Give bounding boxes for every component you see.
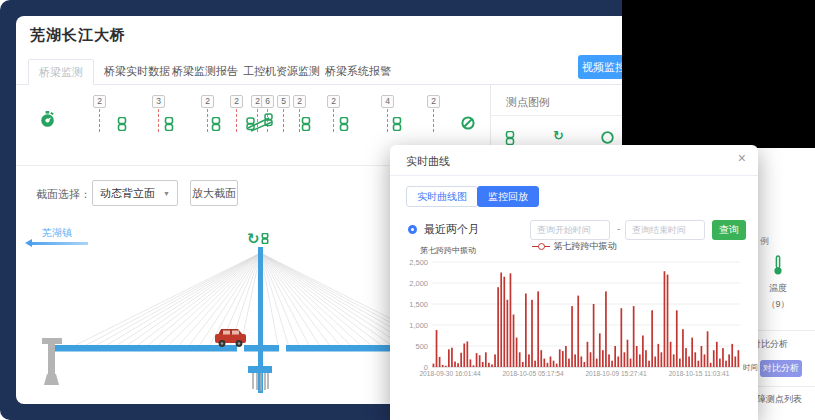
svg-text:500: 500 xyxy=(415,342,428,351)
temperature-label: 温度 xyxy=(763,282,793,295)
sensor-count-badge: 2 xyxy=(327,95,340,108)
svg-text:2018-10-05 05:17:54: 2018-10-05 05:17:54 xyxy=(502,370,564,377)
sensor-count-badge: 5 xyxy=(277,95,290,108)
realtime-curve-tab-button[interactable]: 实时曲线图 xyxy=(406,186,478,207)
chain-icon[interactable] xyxy=(164,117,174,131)
tab-ipc-resource[interactable]: 工控机资源监测 xyxy=(243,59,320,85)
tab-bridge-monitor[interactable]: 桥梁监测 xyxy=(28,59,94,85)
tab-realtime-data[interactable]: 桥梁实时数据 xyxy=(104,59,170,85)
section-select-value: 动态背立面 xyxy=(100,186,163,201)
chain-icon[interactable] xyxy=(339,117,349,131)
chain-icon[interactable] xyxy=(301,117,311,131)
svg-text:2,500: 2,500 xyxy=(409,258,428,267)
sensor-count-badge: 2 xyxy=(201,95,214,108)
temperature-count: （9） xyxy=(763,298,793,311)
chain-icon[interactable] xyxy=(392,117,402,131)
chain-icon[interactable] xyxy=(117,117,127,131)
sensor-dashed-line xyxy=(299,109,300,132)
sensor-dashed-line xyxy=(283,109,284,132)
sensor-count-badge: 2 xyxy=(230,95,243,108)
incline-icon[interactable] xyxy=(246,110,274,132)
svg-text:1,500: 1,500 xyxy=(409,300,428,309)
zoom-section-button[interactable]: 放大截面 xyxy=(190,180,238,206)
chevron-down-icon: ▼ xyxy=(163,190,170,197)
sensor-count-badge: 2 xyxy=(293,95,306,108)
legend-item-temperature[interactable]: 温度 （9） xyxy=(763,255,793,311)
sensor-count-badge: 2 xyxy=(93,95,106,108)
close-icon[interactable]: × xyxy=(738,151,746,165)
sidebar-fragment-label: 例 xyxy=(760,235,769,248)
sensor-dashed-line xyxy=(207,109,208,132)
sensor-dashed-line xyxy=(236,109,237,132)
sensor-dashed-line xyxy=(333,109,334,132)
direction-label: 芜湖镇 xyxy=(42,226,72,240)
no-entry-icon[interactable] xyxy=(461,116,475,130)
compare-analysis-button[interactable]: 对比分析 xyxy=(760,360,802,377)
realtime-curve-modal: 实时曲线 × 实时曲线图 监控回放 最近两个月 - 查询 第七跨跨中振动 第七跨… xyxy=(390,145,758,420)
sensor-dashed-line xyxy=(99,109,100,132)
chain-icon[interactable] xyxy=(505,131,515,145)
sensor-dashed-line xyxy=(433,109,434,132)
query-button[interactable]: 查询 xyxy=(712,220,746,240)
svg-text:2018-10-09 15:27:41: 2018-10-09 15:27:41 xyxy=(585,370,647,377)
sensor-dashed-line xyxy=(387,109,388,132)
screenshot-stage: 芜湖长江大桥 视频监控 桥梁监测 桥梁实时数据 桥梁监测报告 工控机资源监测 桥… xyxy=(0,0,815,420)
modal-header: 实时曲线 × xyxy=(390,145,758,176)
start-time-input[interactable] xyxy=(530,220,610,240)
tab-monitor-report[interactable]: 桥梁监测报告 xyxy=(172,59,238,85)
svg-text:2018-10-15 11:03:41: 2018-10-15 11:03:41 xyxy=(669,370,730,377)
sensor-count-badge: 3 xyxy=(152,95,165,108)
stopwatch-icon[interactable] xyxy=(40,111,55,128)
sensor-dashed-line xyxy=(158,109,159,132)
tab-system-alarm[interactable]: 桥梁系统报警 xyxy=(325,59,391,85)
rotate-icon[interactable]: ↻ xyxy=(553,129,564,142)
bridge-diagram xyxy=(20,240,392,400)
playback-tab-button[interactable]: 监控回放 xyxy=(477,186,539,207)
end-time-input[interactable] xyxy=(625,220,705,240)
recent-two-months-radio[interactable] xyxy=(408,225,417,234)
modal-title: 实时曲线 xyxy=(406,154,450,169)
recent-two-months-label: 最近两个月 xyxy=(424,222,479,237)
sensor-count-badge: 6 xyxy=(261,95,274,108)
vibration-chart: 第七跨跨中振动2,5002,0001,5001,00050002018-09-3… xyxy=(390,243,758,415)
svg-text:2018-09-30 16:01:44: 2018-09-30 16:01:44 xyxy=(419,370,481,377)
thermometer-icon xyxy=(772,261,784,278)
svg-text:1,000: 1,000 xyxy=(409,321,428,330)
section-select-label: 截面选择： xyxy=(36,187,91,202)
divider xyxy=(758,386,815,387)
page-title: 芜湖长江大桥 xyxy=(30,26,126,45)
svg-text:第七跨跨中振动: 第七跨跨中振动 xyxy=(420,246,476,255)
chain-icon[interactable] xyxy=(211,117,221,131)
legend-panel-title: 测点图例 xyxy=(506,95,550,110)
tower-top-rotate-icon[interactable]: ↻ xyxy=(247,231,260,246)
sensor-count-badge: 2 xyxy=(427,95,440,108)
date-range-separator: - xyxy=(617,223,620,234)
dark-backdrop xyxy=(622,0,815,148)
circle-sensor-icon[interactable] xyxy=(601,131,614,144)
divider xyxy=(758,330,815,331)
svg-text:2,000: 2,000 xyxy=(409,279,428,288)
sensor-count-badge: 4 xyxy=(381,95,394,108)
section-select[interactable]: 动态背立面 ▼ xyxy=(92,180,178,206)
svg-text:时间: 时间 xyxy=(743,363,758,372)
tower-top-chain-icon[interactable] xyxy=(261,233,269,244)
